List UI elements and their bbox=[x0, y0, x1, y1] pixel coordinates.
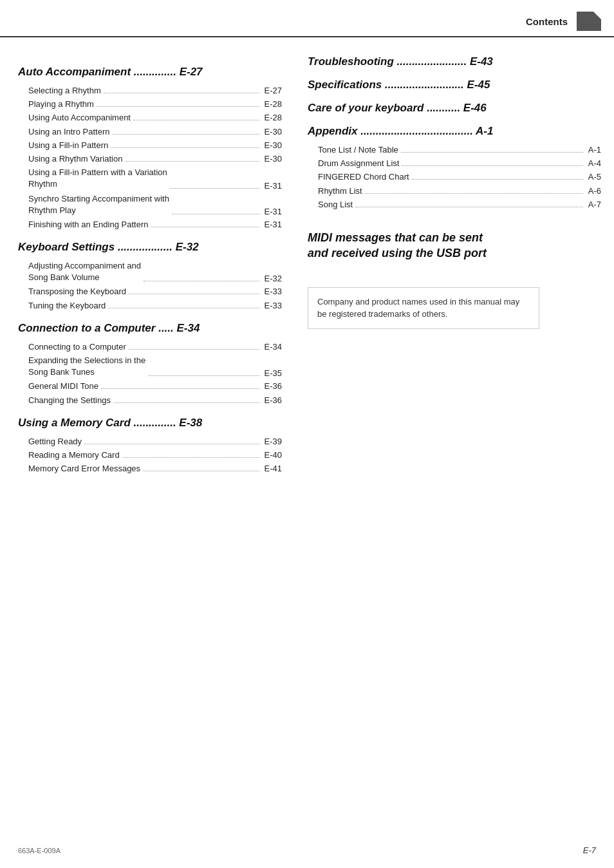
toc-dots bbox=[104, 93, 259, 93]
toc-page: E-40 bbox=[265, 450, 282, 460]
right-column: Troubleshooting ....................... … bbox=[301, 55, 601, 476]
toc-entry: Drum Assignment List A-4 bbox=[308, 158, 601, 169]
toc-entry: FINGERED Chord Chart A-5 bbox=[308, 171, 601, 183]
toc-page: A-5 bbox=[588, 172, 601, 182]
section-dots: .................. bbox=[118, 241, 176, 253]
toc-text: Using a Rhythm Variation bbox=[28, 153, 122, 165]
toc-dots bbox=[84, 444, 259, 444]
footer-page-number: E-7 bbox=[583, 845, 596, 855]
toc-dots bbox=[112, 134, 259, 135]
toc-entry: Using a Fill-in Pattern E-30 bbox=[18, 140, 282, 151]
toc-entry: Finishing with an Ending Pattern E-31 bbox=[18, 219, 282, 231]
section-specifications-header: Specifications .........................… bbox=[308, 79, 601, 91]
toc-dots bbox=[122, 457, 259, 458]
toc-entry: Playing a Rhythm E-28 bbox=[18, 99, 282, 110]
toc-text: Tone List / Note Table bbox=[318, 144, 398, 156]
toc-entry-multiline: Using a Fill-in Pattern with a Variation… bbox=[18, 167, 282, 190]
toc-page: E-30 bbox=[265, 140, 282, 150]
toc-text: Using a Fill-in Pattern with a Variation… bbox=[28, 167, 167, 189]
toc-dots bbox=[111, 147, 259, 148]
section-title: Connection to a Computer ..... bbox=[18, 322, 177, 334]
toc-entry: Using a Rhythm Variation E-30 bbox=[18, 153, 282, 165]
section-troubleshooting: Troubleshooting ....................... … bbox=[308, 55, 601, 68]
section-page: E-45 bbox=[467, 79, 490, 91]
toc-text: Connecting to a Computer bbox=[28, 341, 126, 353]
toc-text: Synchro Starting Accompaniment withRhyth… bbox=[28, 194, 169, 215]
toc-page: E-33 bbox=[265, 301, 282, 310]
page-footer: 663A-E-009A E-7 bbox=[18, 845, 596, 855]
toc-text: Finishing with an Ending Pattern bbox=[28, 219, 148, 231]
section-appendix: Appendix ...............................… bbox=[308, 125, 601, 211]
section-dots: ....................... bbox=[394, 55, 470, 68]
toc-page: A-7 bbox=[588, 200, 601, 209]
section-page: E-38 bbox=[179, 417, 202, 429]
page-header: Contents bbox=[0, 0, 614, 37]
section-page: E-46 bbox=[463, 102, 487, 114]
toc-text: Using a Fill-in Pattern bbox=[28, 140, 108, 151]
toc-text: Using Auto Accompaniment bbox=[28, 112, 131, 124]
toc-dots bbox=[151, 227, 259, 227]
toc-dots bbox=[412, 179, 583, 180]
section-title: Troubleshooting bbox=[308, 55, 394, 68]
header-title: Contents bbox=[526, 16, 568, 27]
toc-page: E-28 bbox=[265, 113, 282, 122]
toc-entry: Selecting a Rhythm E-27 bbox=[18, 85, 282, 97]
toc-dots bbox=[170, 188, 259, 189]
toc-dots bbox=[401, 152, 583, 153]
toc-text: FINGERED Chord Chart bbox=[318, 171, 409, 183]
toc-entry: Song List A-7 bbox=[308, 199, 601, 211]
section-connection-header: Connection to a Computer ..... E-34 bbox=[18, 322, 282, 335]
section-keyboard-settings: Keyboard Settings .................. E-3… bbox=[18, 241, 282, 312]
section-page: A-1 bbox=[476, 125, 493, 137]
toc-entry-synchro: Synchro Starting Accompaniment withRhyth… bbox=[18, 193, 282, 216]
toc-text: Playing a Rhythm bbox=[28, 99, 94, 110]
toc-dots bbox=[113, 402, 259, 403]
toc-dots bbox=[148, 375, 259, 376]
toc-page: E-28 bbox=[265, 99, 282, 109]
toc-dots bbox=[172, 214, 259, 214]
toc-entry: Tone List / Note Table A-1 bbox=[308, 144, 601, 156]
section-title: Using a Memory Card .............. bbox=[18, 417, 179, 429]
toc-page: E-32 bbox=[265, 274, 282, 283]
toc-text: Reading a Memory Card bbox=[28, 449, 120, 461]
midi-section: MIDI messages that can be sent and recei… bbox=[308, 230, 601, 261]
section-title: Appendix bbox=[308, 125, 357, 137]
toc-page: A-6 bbox=[588, 186, 601, 196]
section-dots: ........... bbox=[423, 102, 463, 114]
toc-page: E-36 bbox=[265, 381, 282, 391]
toc-dots bbox=[108, 308, 259, 308]
toc-text: Using an Intro Pattern bbox=[28, 126, 109, 138]
toc-entry: Using Auto Accompaniment E-28 bbox=[18, 112, 282, 124]
toc-text: Transposing the Keyboard bbox=[28, 286, 126, 297]
midi-line1: MIDI messages that can be sent bbox=[308, 231, 483, 244]
toc-text: Adjusting Accompaniment andSong Bank Vol… bbox=[28, 261, 141, 282]
toc-entry: Tuning the Keyboard E-33 bbox=[18, 300, 282, 312]
section-page: E-34 bbox=[177, 322, 200, 334]
toc-dots bbox=[133, 120, 259, 120]
section-title: Auto Accompaniment bbox=[18, 66, 134, 78]
section-title: Specifications bbox=[308, 79, 382, 91]
section-page: E-43 bbox=[470, 55, 493, 68]
toc-dots bbox=[355, 207, 583, 207]
toc-page: A-1 bbox=[588, 145, 601, 155]
midi-line2: and received using the USB port bbox=[308, 247, 487, 259]
toc-dots bbox=[129, 294, 259, 294]
toc-text: Tuning the Keyboard bbox=[28, 300, 106, 312]
toc-page: E-30 bbox=[265, 127, 282, 137]
toc-entry: Transposing the Keyboard E-33 bbox=[18, 286, 282, 297]
section-care-header: Care of your keyboard ........... E-46 bbox=[308, 102, 601, 115]
toc-page: E-41 bbox=[265, 464, 282, 473]
section-page: E-32 bbox=[176, 241, 199, 253]
toc-text: Getting Ready bbox=[28, 436, 82, 448]
toc-entry-adj: Adjusting Accompaniment andSong Bank Vol… bbox=[18, 260, 282, 283]
toc-page: E-30 bbox=[265, 154, 282, 164]
notice-box: Company and product names used in this m… bbox=[308, 287, 539, 329]
toc-dots bbox=[97, 106, 259, 107]
section-dots: .......................... bbox=[382, 79, 467, 91]
toc-entry: Memory Card Error Messages E-41 bbox=[18, 463, 282, 475]
toc-dots bbox=[144, 281, 259, 281]
toc-page: E-34 bbox=[265, 342, 282, 352]
toc-text: Memory Card Error Messages bbox=[28, 463, 140, 475]
toc-text: Song List bbox=[318, 199, 353, 211]
toc-entry-expand: Expanding the Selections in theSong Bank… bbox=[18, 355, 282, 378]
